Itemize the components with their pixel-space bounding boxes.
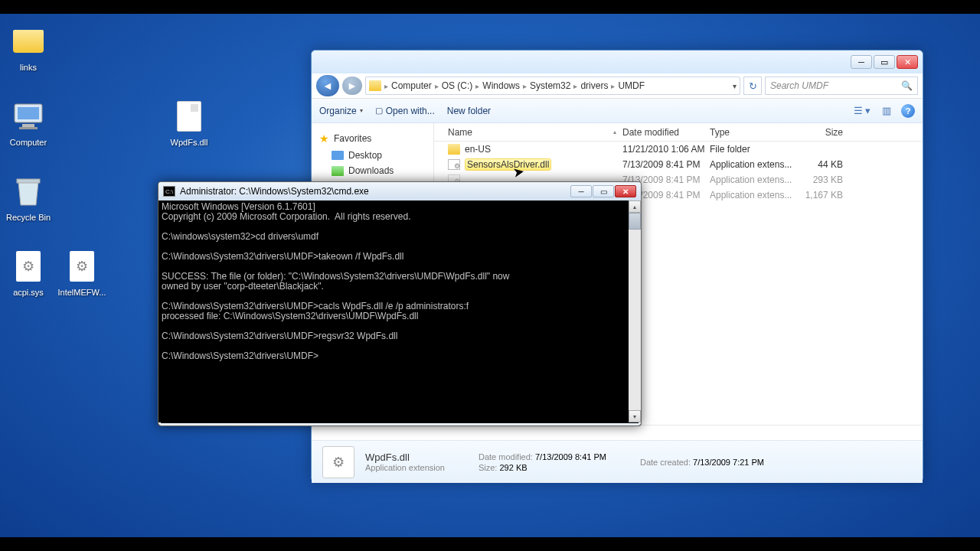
close-button[interactable]: ✕ xyxy=(897,55,918,69)
dll-icon xyxy=(448,159,460,170)
breadcrumb-item[interactable]: System32 xyxy=(530,80,570,91)
desktop-icon-acpi[interactable]: acpi.sys xyxy=(2,248,55,297)
downloads-icon xyxy=(332,166,344,176)
desktop-icon-recycle[interactable]: Recycle Bin xyxy=(2,173,55,222)
column-size[interactable]: Size xyxy=(797,127,858,138)
details-filetype: Application extension xyxy=(365,463,445,472)
toolbar: Organize ▢Open with... New folder ☰ ▾ ▥ … xyxy=(312,99,923,123)
column-date[interactable]: Date modified xyxy=(622,127,710,138)
sort-indicator-icon: ▴ xyxy=(613,129,616,135)
preview-pane-button[interactable]: ▥ xyxy=(877,103,897,119)
svg-rect-1 xyxy=(18,107,39,119)
search-icon[interactable]: 🔍 xyxy=(901,80,913,91)
breadcrumb-item[interactable]: Windows xyxy=(482,80,520,91)
file-name: en-US xyxy=(465,144,491,155)
icon-label: acpi.sys xyxy=(2,288,55,297)
column-name[interactable]: Name▴ xyxy=(434,127,622,138)
forward-button[interactable]: ► xyxy=(342,77,362,95)
folder-icon xyxy=(13,30,44,53)
file-row[interactable]: en-US11/21/2010 1:06 AMFile folder xyxy=(434,142,923,157)
icon-label: links xyxy=(2,63,55,72)
chevron-right-icon[interactable]: ▸ xyxy=(573,82,577,90)
cmd-window: C:\ Administrator: C:\Windows\System32\c… xyxy=(158,181,642,426)
sys-file-icon xyxy=(70,251,94,282)
titlebar[interactable]: ─ ▭ ✕ xyxy=(312,51,923,73)
details-filename: WpdFs.dll xyxy=(365,452,445,463)
help-button[interactable]: ? xyxy=(901,104,915,118)
chevron-right-icon[interactable]: ▸ xyxy=(611,82,615,90)
icon-label: WpdFs.dll xyxy=(162,138,216,147)
details-pane: WpdFs.dll Application extension Date mod… xyxy=(312,440,923,483)
cmd-titlebar[interactable]: C:\ Administrator: C:\Windows\System32\c… xyxy=(158,182,641,201)
scroll-up-button[interactable]: ▴ xyxy=(629,201,641,213)
chevron-right-icon[interactable]: ▸ xyxy=(475,82,479,90)
desktop-icon xyxy=(332,151,344,160)
icon-label: IntelMEFW... xyxy=(55,288,109,297)
cmd-icon: C:\ xyxy=(163,186,175,197)
search-placeholder: Search UMDF xyxy=(770,80,828,91)
desktop-icon-links[interactable]: links xyxy=(2,23,55,72)
chevron-right-icon[interactable]: ▸ xyxy=(435,82,439,90)
breadcrumb-item[interactable]: OS (C:) xyxy=(442,80,473,91)
minimize-button[interactable]: ─ xyxy=(851,55,872,69)
dll-file-icon xyxy=(177,101,201,132)
folder-icon xyxy=(369,80,381,91)
maximize-button[interactable]: ▭ xyxy=(874,55,895,69)
file-icon xyxy=(322,446,354,478)
chevron-right-icon[interactable]: ▸ xyxy=(523,82,527,90)
sys-file-icon xyxy=(16,251,41,282)
computer-icon xyxy=(11,103,45,130)
breadcrumb-item[interactable]: UMDF xyxy=(618,80,645,91)
refresh-button[interactable]: ↻ xyxy=(743,77,762,95)
svg-rect-2 xyxy=(22,124,34,127)
open-with-button[interactable]: ▢Open with... xyxy=(375,106,435,116)
scroll-thumb[interactable] xyxy=(629,213,641,230)
svg-rect-4 xyxy=(17,179,40,183)
view-options-button[interactable]: ☰ ▾ xyxy=(852,103,872,119)
nav-downloads[interactable]: Downloads xyxy=(312,163,433,178)
cmd-output[interactable]: Microsoft Windows [Version 6.1.7601] Cop… xyxy=(158,201,641,422)
organize-button[interactable]: Organize xyxy=(319,106,363,116)
icon-label: Computer xyxy=(2,138,55,147)
breadcrumb-item[interactable]: drivers xyxy=(580,80,608,91)
cmd-title: Administrator: C:\Windows\System32\cmd.e… xyxy=(180,186,369,197)
scroll-down-button[interactable]: ▾ xyxy=(629,410,641,422)
chevron-right-icon[interactable]: ▸ xyxy=(384,82,388,90)
recycle-bin-icon xyxy=(14,176,43,207)
address-bar[interactable]: ▸ Computer ▸ OS (C:) ▸ Windows ▸ System3… xyxy=(365,77,740,95)
icon-label: Recycle Bin xyxy=(2,213,55,222)
back-button[interactable]: ◄ xyxy=(316,75,339,96)
star-icon: ★ xyxy=(319,132,329,145)
desktop-icon-wpdfs[interactable]: WpdFs.dll xyxy=(162,98,216,147)
folder-icon xyxy=(448,144,460,155)
cmd-scrollbar[interactable]: ▴▾ xyxy=(629,201,641,422)
column-headers: Name▴ Date modified Type Size xyxy=(434,123,923,142)
desktop-icon-computer[interactable]: Computer xyxy=(2,98,55,147)
file-name: SensorsAlsDriver.dll xyxy=(465,158,551,171)
new-folder-button[interactable]: New folder xyxy=(447,106,491,116)
cmd-close-button[interactable]: ✕ xyxy=(615,185,636,197)
breadcrumb-item[interactable]: Computer xyxy=(391,80,432,91)
search-input[interactable]: Search UMDF 🔍 xyxy=(765,77,918,95)
dropdown-icon[interactable]: ▾ xyxy=(733,82,737,90)
navigation-bar: ◄ ► ▸ Computer ▸ OS (C:) ▸ Windows ▸ Sys… xyxy=(312,73,923,99)
favorites-header[interactable]: ★Favorites xyxy=(312,129,433,148)
file-row[interactable]: SensorsAlsDriver.dll7/13/2009 8:41 PMApp… xyxy=(434,157,923,172)
desktop-icon-intel[interactable]: IntelMEFW... xyxy=(55,248,109,297)
cmd-maximize-button[interactable]: ▭ xyxy=(593,185,614,197)
column-type[interactable]: Type xyxy=(710,127,797,138)
nav-desktop[interactable]: Desktop xyxy=(312,148,433,163)
cmd-minimize-button[interactable]: ─ xyxy=(570,185,592,197)
svg-rect-3 xyxy=(19,127,38,129)
